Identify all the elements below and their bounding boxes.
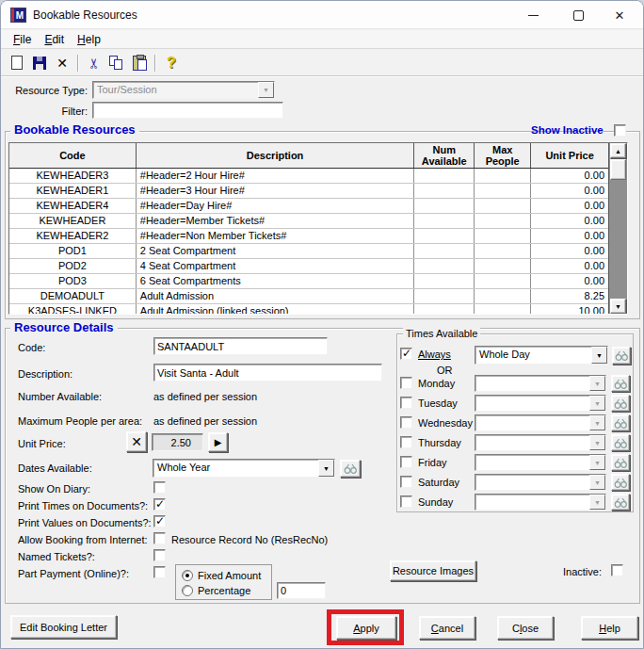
column-header-description[interactable]: Description bbox=[137, 143, 415, 168]
menu-edit[interactable]: Edit bbox=[38, 32, 71, 47]
table-row[interactable]: KEWHEADER1#Header=3 Hour Hire#0.00 bbox=[9, 184, 608, 199]
sunday-search-button[interactable] bbox=[611, 494, 630, 511]
maximize-button[interactable] bbox=[558, 2, 598, 28]
help-dialog-button[interactable]: Help bbox=[581, 616, 638, 640]
table-cell: #Header=3 Hour Hire# bbox=[137, 184, 415, 198]
friday-search-button[interactable] bbox=[611, 454, 630, 471]
thursday-checkbox[interactable] bbox=[400, 436, 412, 448]
table-cell: POD3 bbox=[9, 274, 137, 288]
scroll-up-icon[interactable]: ▲ bbox=[610, 143, 626, 158]
table-row[interactable]: KEWHEADER2#Header=Non Member Tickets#0.0… bbox=[9, 229, 608, 244]
table-scrollbar[interactable]: ▲ ▼ bbox=[608, 143, 627, 314]
column-header-num-available[interactable]: Num Available bbox=[414, 143, 475, 168]
show-on-diary-checkbox[interactable] bbox=[153, 481, 166, 494]
help-button-toolbar[interactable]: ? bbox=[160, 53, 183, 73]
part-payment-amount-input[interactable] bbox=[277, 582, 326, 599]
title-bar: M Bookable Resources ✕ bbox=[1, 1, 643, 29]
always-search-button[interactable] bbox=[612, 347, 631, 365]
resource-type-label: Resource Type: bbox=[1, 85, 88, 96]
saturday-checkbox[interactable] bbox=[400, 476, 412, 488]
table-row[interactable]: POD36 Seat Compartments0.00 bbox=[9, 274, 608, 289]
wednesday-checkbox[interactable] bbox=[400, 416, 412, 429]
always-checkbox[interactable] bbox=[400, 348, 412, 360]
column-header-max-people[interactable]: Max People bbox=[475, 143, 531, 168]
table-row[interactable]: POD12 Seat Compartment0.00 bbox=[9, 244, 608, 259]
inactive-checkbox[interactable] bbox=[611, 564, 623, 576]
print-times-checkbox[interactable] bbox=[153, 498, 166, 511]
paste-button[interactable] bbox=[128, 53, 151, 73]
sunday-checkbox[interactable] bbox=[400, 495, 412, 508]
table-cell bbox=[414, 289, 475, 303]
binoculars-icon bbox=[614, 379, 628, 389]
app-icon: M bbox=[10, 8, 26, 23]
tuesday-search-button[interactable] bbox=[611, 395, 630, 412]
table-cell: 0.00 bbox=[531, 184, 608, 198]
table-row[interactable]: DEMOADULTAdult Admission8.25 bbox=[9, 289, 608, 304]
new-document-button[interactable] bbox=[6, 53, 28, 73]
column-header-code[interactable]: Code bbox=[9, 143, 137, 168]
percentage-radio[interactable] bbox=[182, 585, 193, 596]
copy-icon bbox=[109, 56, 124, 71]
table-row[interactable]: POD24 Seat Compartment0.00 bbox=[9, 259, 608, 274]
thursday-times-select[interactable]: ▼ bbox=[475, 434, 606, 451]
monday-search-button[interactable] bbox=[611, 375, 630, 392]
monday-checkbox[interactable] bbox=[400, 377, 412, 389]
table-cell bbox=[475, 229, 531, 243]
column-header-unit-price[interactable]: Unit Price bbox=[531, 143, 608, 168]
binoculars-icon bbox=[614, 497, 628, 508]
resource-type-select[interactable]: Tour/Session ▼ bbox=[92, 81, 275, 99]
saturday-times-select[interactable]: ▼ bbox=[475, 474, 606, 491]
show-inactive-label: Show Inactive bbox=[531, 124, 604, 136]
minimize-button[interactable] bbox=[513, 2, 553, 28]
table-cell: DEMOADULT bbox=[9, 289, 137, 303]
unit-price-clear-button[interactable]: ✕ bbox=[126, 431, 147, 452]
tuesday-times-select[interactable]: ▼ bbox=[475, 395, 606, 412]
scroll-down-icon[interactable]: ▼ bbox=[610, 299, 626, 314]
thursday-search-button[interactable] bbox=[611, 434, 630, 451]
table-cell bbox=[475, 289, 531, 303]
edit-booking-letter-button[interactable]: Edit Booking Letter bbox=[10, 615, 117, 639]
close-button[interactable]: ✕ bbox=[600, 2, 639, 28]
allow-booking-checkbox[interactable] bbox=[153, 532, 166, 544]
save-button[interactable] bbox=[28, 53, 51, 73]
named-tickets-checkbox[interactable] bbox=[153, 549, 166, 561]
table-cell bbox=[414, 169, 475, 183]
scrollbar-thumb[interactable] bbox=[610, 159, 626, 180]
table-row[interactable]: KEWHEADER#Header=Member Tickets#0.00 bbox=[9, 214, 608, 229]
table-row[interactable]: KEWHEADER3#Header=2 Hour Hire#0.00 bbox=[9, 169, 608, 184]
close-dialog-button[interactable]: Close bbox=[497, 616, 554, 640]
print-times-label: Print Times on Documents?: bbox=[18, 500, 148, 511]
dates-search-button[interactable] bbox=[340, 460, 361, 478]
delete-button[interactable]: ✕ bbox=[51, 53, 73, 73]
show-inactive-checkbox[interactable] bbox=[614, 124, 626, 137]
friday-checkbox[interactable] bbox=[400, 456, 412, 468]
fixed-amount-radio[interactable] bbox=[182, 570, 193, 581]
wednesday-times-select[interactable]: ▼ bbox=[475, 414, 606, 431]
menu-help[interactable]: Help bbox=[71, 32, 107, 47]
table-row[interactable]: KEWHEADER4#Header=Day Hire#0.00 bbox=[9, 199, 608, 214]
table-cell bbox=[414, 184, 475, 198]
copy-button[interactable] bbox=[105, 53, 128, 73]
tuesday-checkbox[interactable] bbox=[400, 397, 412, 409]
sunday-times-select[interactable]: ▼ bbox=[475, 494, 606, 511]
code-input[interactable] bbox=[153, 337, 328, 355]
print-values-checkbox[interactable] bbox=[153, 515, 166, 527]
unit-price-expand-button[interactable]: ▶ bbox=[208, 432, 228, 452]
saturday-search-button[interactable] bbox=[611, 474, 630, 491]
binoculars-icon bbox=[615, 350, 629, 361]
part-payment-checkbox[interactable] bbox=[153, 566, 166, 578]
cut-button[interactable]: ✂ bbox=[83, 53, 105, 73]
table-row[interactable]: K3ADSES-LINKEDAdult Admission (linked se… bbox=[9, 304, 608, 314]
monday-times-select[interactable]: ▼ bbox=[475, 375, 606, 392]
description-input[interactable] bbox=[153, 364, 382, 381]
filter-input[interactable] bbox=[92, 102, 283, 119]
always-times-select[interactable]: Whole Day ▼ bbox=[475, 346, 608, 365]
menu-file[interactable]: File bbox=[7, 32, 38, 47]
friday-times-select[interactable]: ▼ bbox=[475, 454, 606, 471]
wednesday-search-button[interactable] bbox=[611, 414, 630, 431]
dates-available-select[interactable]: Whole Year ▼ bbox=[153, 459, 335, 478]
chevron-down-icon: ▼ bbox=[589, 396, 605, 411]
cancel-button[interactable]: Cancel bbox=[419, 616, 475, 640]
help-icon: ? bbox=[167, 55, 176, 72]
resource-images-button[interactable]: Resource Images bbox=[390, 560, 476, 581]
